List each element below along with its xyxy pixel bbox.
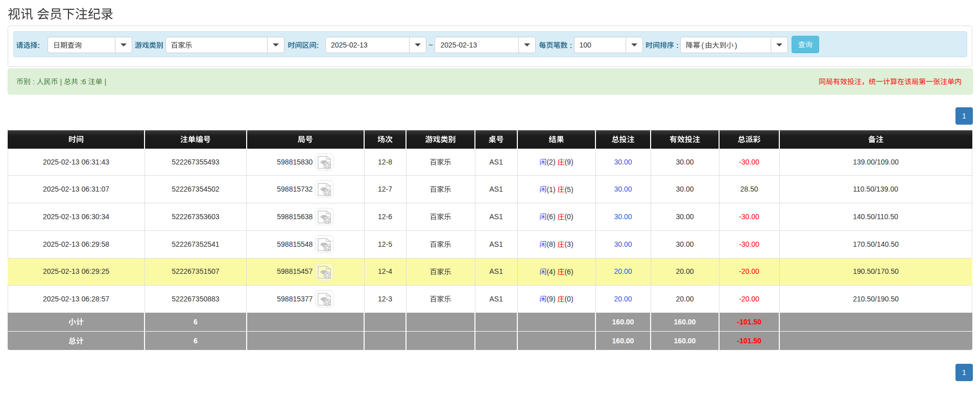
- svg-text:522267354502: 522267354502: [172, 185, 220, 193]
- svg-text::: :: [317, 41, 319, 50]
- svg-text:100: 100: [580, 41, 592, 49]
- svg-text:AS1: AS1: [489, 185, 503, 193]
- svg-text:AS1: AS1: [489, 158, 503, 166]
- svg-text:2025-02-13: 2025-02-13: [43, 267, 80, 275]
- svg-text:-20.00: -20.00: [739, 267, 759, 275]
- svg-text:12-5: 12-5: [378, 240, 392, 248]
- svg-text::: :: [33, 78, 35, 86]
- svg-text:30.00: 30.00: [614, 240, 632, 248]
- svg-text:20.00: 20.00: [676, 295, 694, 303]
- svg-text:30.00: 30.00: [676, 240, 694, 248]
- svg-text:12-8: 12-8: [378, 158, 392, 166]
- svg-text:598815638: 598815638: [277, 213, 313, 221]
- svg-text::: :: [38, 41, 40, 50]
- svg-text:(9): (9): [564, 158, 573, 166]
- svg-text:598815377: 598815377: [277, 295, 313, 303]
- svg-text:(2): (2): [546, 158, 555, 166]
- svg-text:06:31:07: 06:31:07: [82, 185, 110, 193]
- svg-text:598815457: 598815457: [277, 267, 313, 275]
- svg-text:12-3: 12-3: [378, 295, 392, 303]
- svg-text:(9): (9): [546, 295, 555, 303]
- svg-text:30.00: 30.00: [614, 213, 632, 221]
- svg-text:(4): (4): [546, 268, 555, 276]
- svg-text:160.00: 160.00: [612, 318, 634, 326]
- svg-text:AS1: AS1: [489, 240, 503, 248]
- svg-text:210.50/190.50: 210.50/190.50: [853, 295, 899, 303]
- svg-text:-30.00: -30.00: [739, 213, 759, 221]
- svg-text:(: (: [701, 41, 704, 50]
- svg-text:30.00: 30.00: [676, 158, 694, 166]
- svg-text:30.00: 30.00: [614, 158, 632, 166]
- svg-text:6: 6: [194, 337, 198, 345]
- svg-text:522267350883: 522267350883: [172, 295, 220, 303]
- svg-text:06:28:57: 06:28:57: [82, 295, 110, 303]
- svg-text:(6): (6): [564, 268, 573, 276]
- svg-text:170.50/140.50: 170.50/140.50: [853, 240, 899, 248]
- svg-text:190.50/170.50: 190.50/170.50: [853, 267, 899, 275]
- svg-text::: :: [676, 41, 679, 50]
- svg-text:2025-02-13: 2025-02-13: [43, 240, 80, 248]
- svg-text:~: ~: [428, 41, 433, 49]
- svg-text:28.50: 28.50: [740, 185, 758, 193]
- svg-text:(6): (6): [546, 213, 555, 221]
- svg-text:20.00: 20.00: [614, 267, 632, 275]
- svg-text:AS1: AS1: [489, 213, 503, 221]
- svg-text:110.50/139.00: 110.50/139.00: [853, 185, 898, 193]
- svg-text:160.00: 160.00: [674, 318, 696, 326]
- svg-text:-101.50: -101.50: [737, 318, 761, 326]
- svg-text:20.00: 20.00: [676, 267, 694, 275]
- svg-text:2025-02-13: 2025-02-13: [331, 41, 368, 49]
- svg-text:12-4: 12-4: [378, 267, 392, 275]
- svg-text:12-7: 12-7: [378, 185, 392, 193]
- svg-text:2025-02-13: 2025-02-13: [441, 41, 477, 49]
- svg-text:AS1: AS1: [489, 295, 503, 303]
- svg-text:20.00: 20.00: [614, 295, 632, 303]
- svg-text:598815548: 598815548: [277, 240, 313, 248]
- svg-text:1: 1: [962, 368, 966, 377]
- svg-text:|: |: [104, 78, 106, 86]
- svg-text:AS1: AS1: [489, 267, 503, 275]
- svg-text:(3): (3): [564, 240, 573, 248]
- svg-text:522267351507: 522267351507: [172, 267, 220, 275]
- svg-text:522267352541: 522267352541: [172, 240, 220, 248]
- svg-text:06:30:34: 06:30:34: [82, 213, 110, 221]
- svg-text:|: |: [60, 78, 62, 86]
- svg-text:-101.50: -101.50: [737, 337, 761, 345]
- svg-text::6: :6: [80, 78, 86, 86]
- svg-text:30.00: 30.00: [614, 185, 632, 193]
- svg-text:598815732: 598815732: [277, 185, 313, 193]
- svg-text:-30.00: -30.00: [739, 158, 759, 166]
- svg-text:160.00: 160.00: [612, 337, 634, 345]
- svg-text::: :: [569, 41, 572, 50]
- svg-text:-30.00: -30.00: [739, 240, 759, 248]
- svg-text:-20.00: -20.00: [739, 295, 759, 303]
- svg-text:(0): (0): [564, 295, 573, 303]
- svg-text:522267355493: 522267355493: [172, 158, 220, 166]
- svg-text:139.00/109.00: 139.00/109.00: [853, 158, 899, 166]
- svg-text:(5): (5): [564, 185, 573, 194]
- svg-text:6: 6: [194, 318, 198, 326]
- svg-text:06:29:25: 06:29:25: [82, 267, 110, 275]
- svg-text:598815830: 598815830: [277, 158, 313, 166]
- svg-text:(8): (8): [546, 240, 555, 248]
- svg-text:06:31:43: 06:31:43: [82, 158, 110, 166]
- svg-text:(1): (1): [546, 185, 555, 194]
- svg-text:30.00: 30.00: [676, 213, 694, 221]
- svg-text:06:29:58: 06:29:58: [82, 240, 110, 248]
- svg-text:2025-02-13: 2025-02-13: [43, 295, 80, 303]
- svg-text:30.00: 30.00: [676, 185, 694, 193]
- svg-text:140.50/110.50: 140.50/110.50: [853, 213, 898, 221]
- svg-text:522267353603: 522267353603: [172, 213, 220, 221]
- svg-text:(0): (0): [564, 213, 573, 221]
- svg-text:160.00: 160.00: [674, 337, 696, 345]
- svg-text:): ): [735, 41, 737, 50]
- svg-text:2025-02-13: 2025-02-13: [43, 185, 80, 193]
- svg-text:1: 1: [962, 112, 966, 120]
- svg-text:2025-02-13: 2025-02-13: [43, 213, 80, 221]
- svg-text:12-6: 12-6: [378, 213, 392, 221]
- svg-text:2025-02-13: 2025-02-13: [43, 158, 80, 166]
